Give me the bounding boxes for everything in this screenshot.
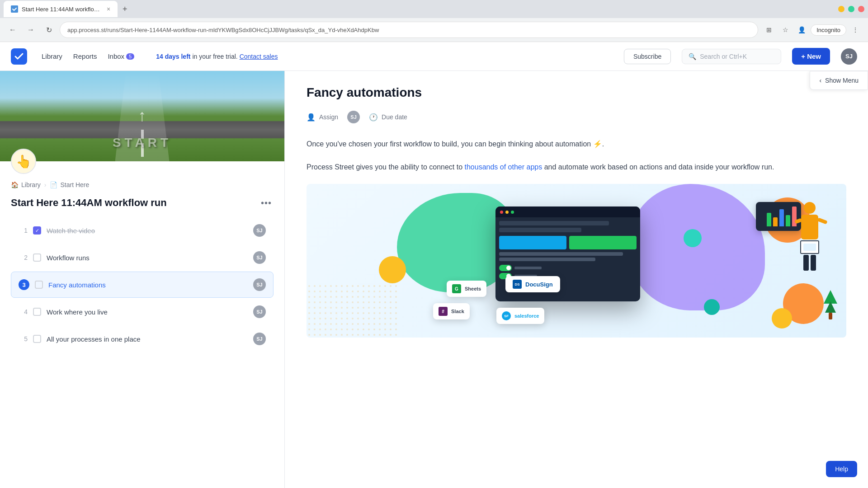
task-detail-title: Fancy automations <box>307 85 846 100</box>
salesforce-card: SF salesforce <box>496 308 544 324</box>
task-label: Watch the video <box>47 227 248 235</box>
doc-icon: 📄 <box>50 181 57 188</box>
profile-icon[interactable]: 👤 <box>794 23 809 37</box>
task-checkbox[interactable] <box>33 308 41 316</box>
left-panel: START ↑ 👆 🏠 Library › 📄 Start Here <box>0 71 285 488</box>
task-number: 1 <box>19 227 28 234</box>
bookmark-icon[interactable]: ☆ <box>778 23 793 37</box>
chart-bar <box>767 213 771 226</box>
svg-rect-3 <box>307 283 397 338</box>
task-list: 1 ✓ Watch the video SJ 2 Workflow runs S… <box>0 217 284 352</box>
person-icon: 👤 <box>307 113 316 122</box>
inbox-nav-link[interactable]: Inbox 5 <box>108 51 134 62</box>
task-item[interactable]: 1 ✓ Watch the video SJ <box>11 217 274 244</box>
more-options-button[interactable]: ••• <box>259 196 274 210</box>
browser-nav-actions: ⊞ ☆ 👤 Incognito ⋮ <box>762 23 863 37</box>
address-bar[interactable]: app.process.st/runs/Start-Here-1144AM-wo… <box>60 22 758 38</box>
app-logo[interactable] <box>11 48 27 65</box>
task-label: All your processes in one place <box>47 335 248 343</box>
task-number: 5 <box>19 335 28 343</box>
task-item[interactable]: 4 Work where you live SJ <box>11 299 274 325</box>
app: Library Reports Inbox 5 14 days left in … <box>0 42 868 488</box>
tree-decoration <box>824 290 837 319</box>
task-checkbox[interactable] <box>33 335 41 343</box>
task-checkbox[interactable]: ✓ <box>33 226 41 235</box>
active-tab[interactable]: Start Here 11:44AM workflow run... × <box>4 1 118 17</box>
chart-bar <box>779 209 784 226</box>
browser-tabs: Start Here 11:44AM workflow run... × + <box>0 0 868 18</box>
task-description-para2: Process Street gives you the ability to … <box>307 161 846 173</box>
help-button[interactable]: Help <box>826 461 857 477</box>
new-button[interactable]: + New <box>792 48 830 65</box>
subscribe-button[interactable]: Subscribe <box>624 49 671 64</box>
chart-bar <box>792 206 797 226</box>
task-assignee-avatar: SJ <box>253 251 266 264</box>
task-label: Work where you live <box>47 308 248 316</box>
task-number: 2 <box>19 254 28 261</box>
reports-nav-link[interactable]: Reports <box>73 51 97 62</box>
browser-chrome: Start Here 11:44AM workflow run... × + ←… <box>0 0 868 42</box>
app-header: Library Reports Inbox 5 14 days left in … <box>0 42 868 71</box>
task-item-active[interactable]: 3 Fancy automations SJ <box>11 272 274 298</box>
tab-favicon <box>11 5 18 13</box>
task-item[interactable]: 2 Workflow runs SJ <box>11 244 274 271</box>
chart-card <box>756 202 801 231</box>
refresh-button[interactable]: ↻ <box>42 23 56 37</box>
right-panel: ‹ Show Menu Fancy automations 👤 Assign S… <box>285 71 868 488</box>
task-assignee-avatar: SJ <box>253 278 266 291</box>
tab-close-icon[interactable]: × <box>107 5 110 13</box>
chevron-left-icon: ‹ <box>819 77 821 84</box>
breadcrumb-home[interactable]: 🏠 Library <box>11 181 41 188</box>
task-label: Workflow runs <box>47 254 248 262</box>
google-sheets-card: G Sheets <box>447 281 486 297</box>
inbox-badge: 5 <box>126 53 134 60</box>
close-button[interactable] <box>858 6 864 12</box>
home-icon: 🏠 <box>11 181 19 188</box>
chrome-menu-icon[interactable]: ⋮ <box>848 23 863 37</box>
docusign-card: DS DocuSign <box>505 276 560 292</box>
task-description-para1: Once you've chosen your first workflow t… <box>307 138 846 150</box>
workflow-emoji: 👆 <box>11 149 36 174</box>
maximize-button[interactable] <box>848 6 854 12</box>
automation-illustration: G Sheets DS DocuSign # Slack <box>307 184 846 338</box>
due-date-button[interactable]: 🕐 Due date <box>369 113 407 122</box>
task-avatar[interactable]: SJ <box>347 111 360 123</box>
yellow-blob-3 <box>772 308 792 328</box>
minimize-button[interactable] <box>838 6 844 12</box>
new-tab-button[interactable]: + <box>118 2 132 16</box>
chart-bar <box>773 217 778 226</box>
task-label-active: Fancy automations <box>48 281 248 289</box>
library-nav-link[interactable]: Library <box>42 51 62 62</box>
thousands-of-apps-link[interactable]: thousands of other apps <box>465 163 542 171</box>
main-content: START ↑ 👆 🏠 Library › 📄 Start Here <box>0 71 868 488</box>
user-avatar[interactable]: SJ <box>841 48 857 65</box>
laptop-mockup <box>482 206 654 315</box>
person-figure <box>800 202 819 271</box>
contact-sales-link[interactable]: Contact sales <box>240 53 278 60</box>
yellow-blob <box>379 256 406 283</box>
task-checkbox[interactable] <box>33 253 41 262</box>
task-meta: 👤 Assign SJ 🕐 Due date <box>307 111 846 123</box>
chart-bar <box>786 215 790 226</box>
task-checkbox[interactable] <box>35 281 43 289</box>
assign-button[interactable]: 👤 Assign <box>307 113 338 122</box>
task-item[interactable]: 5 All your processes in one place SJ <box>11 326 274 352</box>
workflow-title: Start Here 11:44AM workflow run <box>11 197 254 209</box>
forward-button[interactable]: → <box>24 23 38 37</box>
cast-icon[interactable]: ⊞ <box>762 23 776 37</box>
task-assignee-avatar: SJ <box>253 333 266 345</box>
breadcrumb-doc[interactable]: 📄 Start Here <box>50 181 89 188</box>
incognito-button[interactable]: Incognito <box>811 24 846 36</box>
breadcrumb-separator: › <box>44 181 47 188</box>
task-number: 4 <box>19 308 28 315</box>
tab-title: Start Here 11:44AM workflow run... <box>22 6 103 13</box>
back-button[interactable]: ← <box>5 23 20 37</box>
search-box[interactable]: 🔍 Search or Ctrl+K <box>682 49 781 64</box>
workflow-header: Start Here 11:44AM workflow run ••• <box>0 192 284 217</box>
browser-nav: ← → ↻ app.process.st/runs/Start-Here-114… <box>0 18 868 42</box>
task-assignee-avatar: SJ <box>253 305 266 318</box>
svg-rect-0 <box>11 5 18 13</box>
teal-blob-2 <box>704 299 720 315</box>
show-menu-button[interactable]: ‹ Show Menu <box>810 71 868 90</box>
task-assignee-avatar: SJ <box>253 224 266 237</box>
